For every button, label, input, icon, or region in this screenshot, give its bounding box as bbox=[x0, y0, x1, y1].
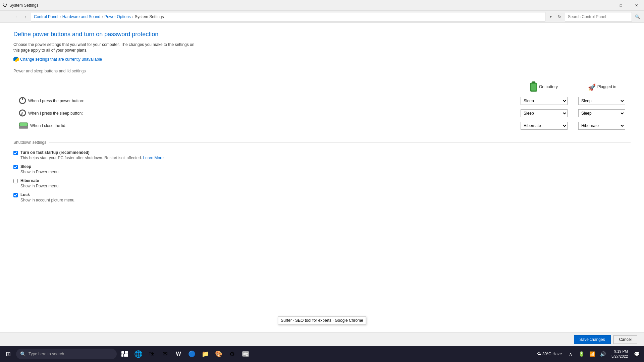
taskbar-mail[interactable]: ✉ bbox=[158, 346, 172, 362]
plugged-dropdown-row1[interactable]: Do nothingSleepHibernateShut downTurn of… bbox=[578, 109, 625, 117]
column-plugged-header: 🚀 Plugged in bbox=[578, 83, 625, 91]
power-button-icon bbox=[19, 97, 26, 104]
cancel-button[interactable]: Cancel bbox=[613, 335, 637, 344]
notification-button[interactable]: 💬 bbox=[632, 349, 641, 359]
svg-rect-12 bbox=[20, 123, 27, 126]
breadcrumb-current: System Settings bbox=[135, 14, 164, 19]
power-row: When I close the lid: Do nothingSleepHib… bbox=[13, 120, 631, 132]
breadcrumb: Control Panel › Hardware and Sound › Pow… bbox=[31, 12, 545, 21]
row-label: When I press the power button: bbox=[28, 99, 84, 103]
shutdown-checkbox-hibernate[interactable] bbox=[13, 179, 18, 183]
tray-network[interactable]: 📶 bbox=[587, 349, 597, 359]
search-button[interactable]: 🔍 bbox=[633, 13, 641, 21]
maximize-button[interactable]: □ bbox=[613, 0, 629, 11]
up-button[interactable]: ↑ bbox=[21, 13, 30, 21]
power-row: z z When I press the sleep button: Do no… bbox=[13, 107, 631, 120]
save-changes-button[interactable]: Save changes bbox=[574, 335, 611, 344]
shutdown-label-lock: Lock bbox=[20, 192, 75, 197]
clock-time: 9:19 PM bbox=[611, 349, 628, 354]
breadcrumb-item-control-panel[interactable]: Control Panel bbox=[34, 14, 58, 19]
taskbar-edge[interactable]: 🌐 bbox=[131, 346, 145, 362]
address-bar: ← → ↑ Control Panel › Hardware and Sound… bbox=[0, 11, 644, 23]
tray-volume[interactable]: 🔊 bbox=[598, 349, 607, 359]
svg-rect-6 bbox=[22, 97, 23, 100]
change-settings-link[interactable]: Change settings that are currently unava… bbox=[13, 57, 631, 62]
svg-rect-14 bbox=[125, 351, 128, 354]
battery-dropdown-row1[interactable]: Do nothingSleepHibernateShut downTurn of… bbox=[521, 109, 568, 117]
system-clock[interactable]: 9:19 PM 5/27/2022 bbox=[609, 349, 631, 359]
shutdown-section-divider bbox=[49, 142, 631, 142]
shutdown-desc-lock: Show in account picture menu. bbox=[20, 198, 75, 202]
shutdown-section-header: Shutdown settings bbox=[13, 140, 631, 145]
breadcrumb-dropdown-button[interactable]: ▾ bbox=[547, 13, 555, 21]
shutdown-checkbox-fast_startup[interactable] bbox=[13, 151, 18, 155]
battery-dropdown-row0[interactable]: Do nothingSleepHibernateShut downTurn of… bbox=[521, 97, 568, 105]
shutdown-desc-sleep: Show in Power menu. bbox=[20, 170, 60, 174]
system-tray: ∧ 🔋 📶 🔊 bbox=[566, 349, 607, 359]
tray-battery[interactable]: 🔋 bbox=[577, 349, 586, 359]
minimize-button[interactable]: — bbox=[598, 0, 613, 11]
window-controls: — □ ✕ bbox=[598, 0, 644, 11]
breadcrumb-item-power-options[interactable]: Power Options bbox=[104, 14, 131, 19]
row-label: When I close the lid: bbox=[30, 123, 66, 128]
shutdown-item-hibernate: HibernateShow in Power menu. bbox=[13, 178, 631, 188]
plugged-icon: 🚀 bbox=[587, 83, 595, 91]
learn-more-link[interactable]: Learn More bbox=[143, 156, 164, 160]
power-settings-table: On battery 🚀 Plugged in W bbox=[13, 79, 631, 132]
start-button[interactable]: ⊞ bbox=[0, 346, 16, 362]
shutdown-desc-fast_startup: This helps start your PC faster after sh… bbox=[20, 156, 164, 160]
main-content: Define power buttons and turn on passwor… bbox=[0, 23, 644, 346]
column-battery-header: On battery bbox=[521, 81, 568, 92]
taskbar-word[interactable]: W bbox=[172, 346, 185, 362]
svg-rect-15 bbox=[121, 354, 123, 357]
row-icon: z z bbox=[19, 109, 26, 118]
search-input[interactable] bbox=[565, 12, 632, 21]
taskbar-icons: 🌐 🛍 ✉ W 🔵 📁 🎨 ⚙ 📰 bbox=[118, 346, 252, 362]
clock-date: 5/27/2022 bbox=[611, 354, 628, 359]
shutdown-checkbox-lock[interactable] bbox=[13, 193, 18, 197]
taskbar-paint[interactable]: 🎨 bbox=[212, 346, 225, 362]
address-actions: ▾ ↻ bbox=[547, 13, 564, 21]
taskbar-search[interactable]: 🔍 Type here to search bbox=[16, 349, 117, 359]
title-bar: 🛡 System Settings — □ ✕ bbox=[0, 0, 644, 11]
taskbar-search-placeholder: Type here to search bbox=[29, 352, 64, 356]
window-title: System Settings bbox=[9, 3, 641, 8]
shutdown-label-hibernate: Hibernate bbox=[20, 178, 60, 183]
row-icon bbox=[19, 122, 28, 130]
row-icon bbox=[19, 97, 26, 105]
close-button[interactable]: ✕ bbox=[629, 0, 644, 11]
tray-chevron[interactable]: ∧ bbox=[566, 349, 575, 359]
window-icon: 🛡 bbox=[3, 3, 7, 8]
shield-icon bbox=[13, 57, 19, 62]
taskbar-news[interactable]: 📰 bbox=[239, 346, 252, 362]
shutdown-item-fast_startup: Turn on fast startup (recommended)This h… bbox=[13, 150, 631, 160]
svg-rect-16 bbox=[124, 354, 128, 357]
plugged-dropdown-row0[interactable]: Do nothingSleepHibernateShut downTurn of… bbox=[578, 97, 625, 105]
taskbar-store[interactable]: 🛍 bbox=[145, 346, 158, 362]
section-divider bbox=[88, 71, 631, 71]
weather-icon: 🌤 bbox=[537, 352, 541, 356]
taskbar-settings[interactable]: ⚙ bbox=[225, 346, 239, 362]
plugged-dropdown-row2[interactable]: Do nothingSleepHibernateShut downTurn of… bbox=[578, 122, 625, 130]
shutdown-checkbox-sleep[interactable] bbox=[13, 165, 18, 169]
svg-rect-2 bbox=[531, 84, 536, 90]
refresh-button[interactable]: ↻ bbox=[555, 13, 564, 21]
breadcrumb-item-hardware[interactable]: Hardware and Sound bbox=[62, 14, 100, 19]
battery-icon bbox=[530, 81, 537, 92]
back-button[interactable]: ← bbox=[3, 13, 11, 21]
svg-rect-0 bbox=[532, 81, 535, 83]
shutdown-item-lock: LockShow in account picture menu. bbox=[13, 192, 631, 202]
power-sleep-section-header: Power and sleep buttons and lid settings bbox=[13, 69, 631, 73]
battery-dropdown-row2[interactable]: Do nothingSleepHibernateShut downTurn of… bbox=[521, 122, 568, 130]
taskbar-right: 🌤 30°C Haze ∧ 🔋 📶 🔊 9:19 PM 5/27/2022 💬 bbox=[534, 349, 644, 359]
lid-icon bbox=[19, 122, 28, 129]
page-title: Define power buttons and turn on passwor… bbox=[13, 31, 631, 38]
weather-widget[interactable]: 🌤 30°C Haze bbox=[534, 352, 565, 356]
taskbar-files[interactable]: 📁 bbox=[199, 346, 212, 362]
taskbar-task-view[interactable] bbox=[118, 346, 131, 362]
shutdown-label-sleep: Sleep bbox=[20, 164, 60, 169]
forward-button[interactable]: → bbox=[12, 13, 20, 21]
shutdown-settings: Turn on fast startup (recommended)This h… bbox=[13, 150, 631, 202]
taskbar-chrome[interactable]: 🔵 bbox=[185, 346, 199, 362]
sleep-button-icon: z z bbox=[19, 109, 26, 117]
